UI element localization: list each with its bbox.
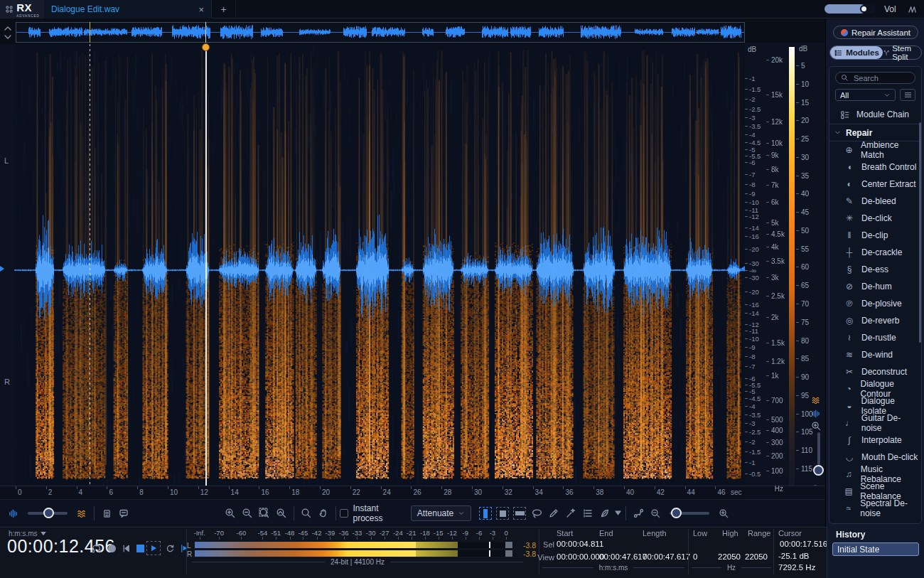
zoom-out-icon[interactable] bbox=[242, 508, 253, 519]
list-options-button[interactable] bbox=[900, 89, 915, 101]
module-item-de-clip[interactable]: ‖De-clip bbox=[829, 227, 920, 244]
zoom-reset-icon[interactable] bbox=[276, 508, 287, 519]
module-item-dialogue-contour[interactable]: ◔Dialogue Contour bbox=[829, 380, 920, 397]
brush-tool-icon[interactable] bbox=[548, 508, 559, 519]
module-item-de-hum[interactable]: ⊘De-hum bbox=[829, 278, 920, 295]
loop-icon[interactable] bbox=[165, 543, 176, 554]
instant-process-checkbox[interactable] bbox=[340, 509, 348, 518]
selection-start-line[interactable] bbox=[90, 44, 90, 486]
blend-spectrogram-icon[interactable] bbox=[76, 508, 88, 519]
playhead-line[interactable] bbox=[205, 44, 207, 486]
peak-readout-right[interactable]: -3.8 bbox=[515, 550, 536, 558]
tab-modules[interactable]: Modules bbox=[830, 46, 883, 59]
module-item-de-crackle[interactable]: ┼De-crackle bbox=[829, 244, 920, 261]
view-length-value[interactable]: 00:00:47.617 bbox=[643, 552, 690, 561]
record-icon[interactable] bbox=[108, 545, 116, 552]
repair-assistant-button[interactable]: Repair Assistant bbox=[833, 26, 918, 39]
process-mode-dropdown[interactable]: Attenuate bbox=[411, 505, 471, 521]
module-item-de-reverb[interactable]: ◎De-reverb bbox=[829, 312, 920, 329]
module-item-center-extract[interactable]: ◐Center Extract bbox=[829, 176, 920, 193]
module-item-de-rustle[interactable]: ≀De-rustle bbox=[829, 329, 920, 346]
time-frequency-selection-tool[interactable] bbox=[496, 507, 509, 520]
freq-high-value[interactable]: 22050 bbox=[718, 552, 741, 561]
play-icon[interactable] bbox=[149, 544, 158, 552]
tab-dialogue-edit[interactable]: Dialogue Edit.wav × bbox=[44, 0, 212, 18]
peak-readout-left[interactable]: -3.8 bbox=[515, 541, 536, 550]
module-item-de-wind[interactable]: ≋De-wind bbox=[829, 346, 920, 363]
module-item-de-bleed[interactable]: ✎De-bleed bbox=[829, 193, 920, 210]
annotation-icon[interactable] bbox=[118, 508, 129, 519]
volume-knob[interactable] bbox=[860, 5, 868, 13]
amplitude-scale-label: -10 bbox=[745, 198, 759, 206]
overview-waveform[interactable] bbox=[16, 23, 744, 42]
grab-tool-icon[interactable] bbox=[318, 508, 329, 519]
horizontal-zoom-slider[interactable] bbox=[670, 512, 709, 515]
module-item-scene-rebalance[interactable]: ▤Scene Rebalance bbox=[829, 483, 920, 500]
module-item-mouth-de-click[interactable]: ◡Mouth De-click bbox=[829, 449, 920, 466]
level-meter-right[interactable] bbox=[195, 550, 513, 557]
module-chain-item[interactable]: Module Chain bbox=[829, 105, 920, 124]
module-search[interactable] bbox=[835, 72, 915, 84]
freq-range-value[interactable]: 22050 bbox=[745, 552, 768, 561]
h-zoom-knob[interactable] bbox=[671, 508, 682, 518]
spectrogram-view-icon[interactable] bbox=[810, 395, 822, 405]
stop-icon[interactable] bbox=[136, 545, 144, 552]
history-item-initial-state[interactable]: Initial State bbox=[832, 542, 919, 556]
feather-tool-icon[interactable] bbox=[599, 508, 611, 519]
zoom-in-icon[interactable] bbox=[225, 508, 236, 519]
view-start-value[interactable]: 00:00:00.000 bbox=[557, 552, 604, 561]
module-item-deconstruct[interactable]: ✂Deconstruct bbox=[829, 363, 920, 380]
module-item-de-plosive[interactable]: ℗De-plosive bbox=[829, 295, 920, 312]
level-meter-left[interactable] bbox=[195, 542, 513, 548]
io-meter-icon[interactable] bbox=[907, 4, 918, 15]
harmonics-selection-icon[interactable] bbox=[582, 508, 593, 519]
repair-section-header[interactable]: Repair bbox=[829, 124, 920, 141]
feather-dropdown-icon[interactable] bbox=[615, 510, 621, 516]
category-filter-dropdown[interactable]: All bbox=[835, 89, 896, 101]
time-ruler[interactable]: 0246810121416182022242628303234363840424… bbox=[0, 486, 825, 498]
magnify-tool-icon[interactable] bbox=[301, 508, 312, 519]
zoom-selection-icon[interactable] bbox=[259, 508, 270, 519]
spectrogram-display[interactable] bbox=[14, 44, 745, 486]
vertical-zoom-knob[interactable] bbox=[813, 465, 824, 476]
overview-collapse-icon[interactable] bbox=[2, 23, 14, 42]
tab-close-icon[interactable]: × bbox=[198, 4, 204, 15]
h-zoom-in-icon[interactable] bbox=[719, 508, 729, 519]
view-end-value[interactable]: 00:00:47.617 bbox=[599, 552, 647, 561]
module-item-de-ess[interactable]: §De-ess bbox=[829, 261, 920, 278]
module-item-de-click[interactable]: ✳De-click bbox=[829, 210, 920, 227]
overview-waveform-box[interactable] bbox=[16, 22, 745, 43]
overview-selection-marker[interactable] bbox=[90, 22, 90, 43]
module-item-ambience-match[interactable]: ⊕Ambience Match bbox=[829, 141, 920, 159]
vertical-zoom-slider[interactable] bbox=[817, 432, 820, 465]
playhead-handle[interactable] bbox=[202, 43, 210, 51]
module-item-interpolate[interactable]: ∫Interpolate bbox=[829, 432, 920, 449]
signal-chain-icon[interactable] bbox=[633, 508, 645, 520]
blend-knob[interactable] bbox=[43, 508, 54, 518]
time-selection-tool[interactable] bbox=[479, 507, 492, 520]
frequency-selection-tool[interactable] bbox=[513, 507, 526, 520]
waveform-center-marker-left[interactable] bbox=[0, 266, 4, 272]
module-item-music-rebalance[interactable]: ♫Music Rebalance bbox=[829, 466, 920, 483]
overview-playhead-marker[interactable] bbox=[205, 22, 206, 43]
module-item-spectral-de-noise[interactable]: ≈Spectral De-noise bbox=[829, 500, 920, 517]
magic-wand-tool-icon[interactable] bbox=[565, 508, 576, 519]
sel-start-value[interactable]: 00:00:04.811 bbox=[557, 540, 603, 548]
waveform-spectrogram-blend-slider[interactable] bbox=[28, 512, 68, 515]
module-item-breath-control[interactable]: ◖Breath Control bbox=[829, 159, 920, 176]
return-to-start-icon[interactable] bbox=[121, 543, 131, 554]
clipboard-icon[interactable] bbox=[102, 508, 112, 519]
search-input[interactable] bbox=[852, 73, 909, 83]
blend-waveform-icon[interactable] bbox=[9, 508, 19, 519]
time-format-dropdown-icon[interactable] bbox=[41, 532, 46, 536]
tab-stem-split[interactable]: Stem Split bbox=[883, 46, 921, 59]
volume-slider[interactable] bbox=[824, 4, 876, 14]
module-list-scrollbar[interactable] bbox=[919, 122, 921, 343]
lasso-tool-icon[interactable] bbox=[531, 508, 543, 520]
monitor-headphones-icon[interactable] bbox=[90, 542, 102, 555]
freq-low-value[interactable]: 0 bbox=[693, 552, 697, 561]
module-item-guitar-de-noise[interactable]: ♩Guitar De-noise bbox=[829, 414, 920, 432]
module-item-dialogue-isolate[interactable]: ◒Dialogue Isolate bbox=[829, 397, 920, 414]
h-zoom-out-icon[interactable] bbox=[650, 508, 661, 519]
new-tab-button[interactable]: + bbox=[212, 0, 236, 18]
